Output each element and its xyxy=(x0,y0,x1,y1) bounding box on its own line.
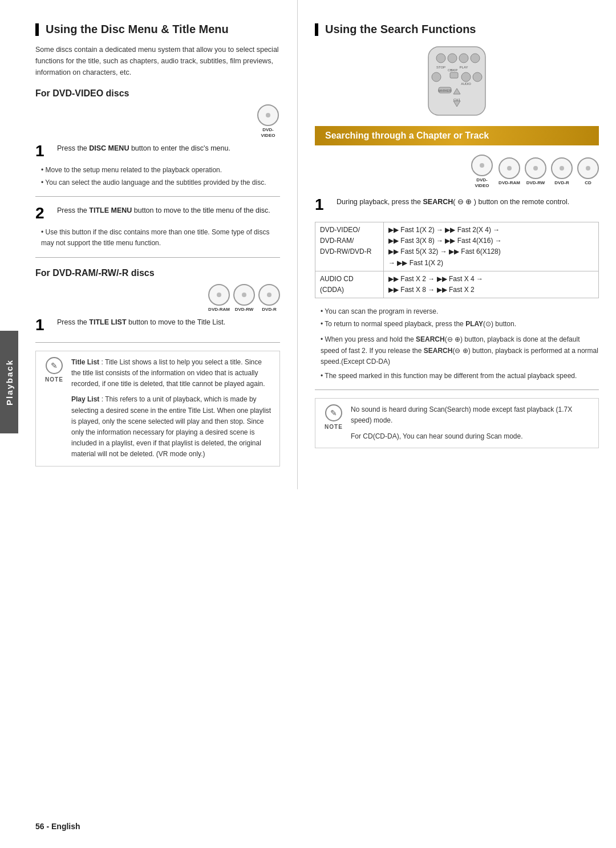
dvd-video-heading: For DVD-VIDEO discs xyxy=(35,88,280,99)
right-note-item1: No sound is heard during Scan(Search) mo… xyxy=(351,404,591,426)
bullet-title-menu: Use this button if the disc contains mor… xyxy=(35,227,280,249)
dvd-ram-heading: For DVD-RAM/-RW/-R discs xyxy=(35,268,280,278)
page-number: 56 - English xyxy=(35,822,80,831)
bullet-audio-lang: You can select the audio language and th… xyxy=(35,177,280,188)
left-column: Using the Disc Menu & Title Menu Some di… xyxy=(18,0,298,489)
play-bold: PLAY xyxy=(465,320,483,328)
speed-label-cd: AUDIO CD(CDDA) xyxy=(315,271,384,298)
divider-1 xyxy=(35,196,280,197)
svg-point-4 xyxy=(471,54,480,63)
search-step1: 1 During playback, press the SEARCH( ⊖ ⊕… xyxy=(315,196,599,214)
step2-number: 2 xyxy=(35,205,51,222)
search-dvd-ram-icon: DVD-RAM xyxy=(499,157,520,186)
disc-menu-bold: DISC MENU xyxy=(89,144,129,152)
search-dvd-r-label: DVD-R xyxy=(554,180,569,186)
dvd-video-icon: DVD-VIDEO xyxy=(256,104,280,138)
svg-point-9 xyxy=(461,72,471,82)
main-content: Using the Disc Menu & Title Menu Some di… xyxy=(18,0,616,489)
search-cd-circle xyxy=(577,157,599,179)
bullet-hold-search: When you press and hold the SEARCH(⊖ ⊕) … xyxy=(315,334,599,367)
right-note-content: No sound is heard during Scan(Search) mo… xyxy=(351,404,591,442)
svg-text:STOP: STOP xyxy=(436,66,445,69)
dvd-ram-label: DVD-RAM xyxy=(208,307,230,313)
note-label: NOTE xyxy=(45,376,63,383)
page-footer: 56 - English xyxy=(18,822,616,831)
right-note-box: ✎ NOTE No sound is heard during Scan(Sea… xyxy=(315,398,599,448)
step-title-list: 1 Press the TITLE LIST button to move to… xyxy=(35,317,280,334)
remote-illustration: STOP PLAY CH SKIP AUDIO CH1 MARKER xyxy=(315,44,599,118)
divider-3 xyxy=(35,342,280,343)
left-title-text: Using the Disc Menu & Title Menu xyxy=(46,23,229,36)
note-content: Title List : Title List shows a list to … xyxy=(71,357,273,460)
dvd-r-label: DVD-R xyxy=(262,307,276,313)
search-dvd-rw-icon: DVD-RW xyxy=(525,157,546,186)
right-section-title: Using the Search Functions xyxy=(315,23,599,36)
dvd-ram-circle xyxy=(208,284,230,306)
search-bold-3: SEARCH xyxy=(424,347,453,355)
svg-point-2 xyxy=(448,54,457,63)
sidebar-tab-label: Playback xyxy=(5,359,14,405)
speed-value-cd: ▶▶ Fast X 2 → ▶▶ Fast X 4 → ▶▶ Fast X 8 … xyxy=(384,271,599,298)
bullet-return-normal: To return to normal speed playback, pres… xyxy=(315,319,599,330)
title-menu-bold: TITLE MENU xyxy=(89,206,132,214)
note-icon: ✎ xyxy=(46,357,63,374)
svg-point-10 xyxy=(473,72,482,82)
search-bold-2: SEARCH xyxy=(416,335,445,343)
dvd-r-icon: DVD-R xyxy=(258,284,280,313)
intro-text: Some discs contain a dedicated menu syst… xyxy=(35,44,280,78)
speed-row-cd: AUDIO CD(CDDA) ▶▶ Fast X 2 → ▶▶ Fast X 4… xyxy=(315,271,599,298)
title-bar xyxy=(35,23,39,36)
speed-label-dvd: DVD-VIDEO/DVD-RAM/DVD-RW/DVD-R xyxy=(315,222,384,271)
search-dvd-ram-circle xyxy=(499,157,520,179)
note-title-list: Title List : Title List shows a list to … xyxy=(71,357,273,390)
search-dvd-ram-label: DVD-RAM xyxy=(499,180,520,186)
dvd-video-label: DVD-VIDEO xyxy=(256,127,280,138)
right-note-item2: For CD(CD-DA), You can hear sound during… xyxy=(351,431,591,442)
svg-text:AUDIO: AUDIO xyxy=(461,82,471,86)
search-dvd-r-icon: DVD-R xyxy=(551,157,573,186)
search-dvd-video-icon: DVD-VIDEO xyxy=(470,155,494,188)
left-section-title: Using the Disc Menu & Title Menu xyxy=(35,23,280,36)
dvd-video-circle xyxy=(257,104,279,126)
right-note-icon: ✎ xyxy=(325,404,342,421)
search-dvd-r-circle xyxy=(551,157,573,179)
svg-text:MARKER: MARKER xyxy=(438,89,452,92)
right-column: Using the Search Functions STOP PLAY xyxy=(298,0,616,489)
right-divider xyxy=(315,389,599,390)
note-box: ✎ NOTE Title List : Title List shows a l… xyxy=(35,351,280,466)
speed-value-dvd: ▶▶ Fast 1(X 2) → ▶▶ Fast 2(X 4) → ▶▶ Fas… xyxy=(384,222,599,271)
dvd-rw-circle xyxy=(233,284,255,306)
search-step1-number: 1 xyxy=(315,196,331,214)
search-dvd-rw-label: DVD-RW xyxy=(526,180,545,186)
dvd-ram-icon: DVD-RAM xyxy=(208,284,230,313)
bullet-scan-reverse: You can scan the program in reverse. xyxy=(315,306,599,317)
dvd-rw-icon: DVD-RW xyxy=(233,284,255,313)
step-disc-menu: 1 Press the DISC MENU button to enter th… xyxy=(35,143,280,160)
svg-rect-8 xyxy=(450,72,458,78)
search-cd-label: CD xyxy=(585,180,591,186)
svg-point-1 xyxy=(436,54,445,63)
search-cd-icon: CD xyxy=(577,157,599,186)
remote-svg: STOP PLAY CH SKIP AUDIO CH1 MARKER xyxy=(411,44,502,118)
step1-number: 1 xyxy=(35,143,51,160)
right-note-icon-area: ✎ NOTE xyxy=(322,404,345,430)
play-list-label: Play List xyxy=(71,395,99,403)
svg-text:SKIP: SKIP xyxy=(451,68,458,72)
search-banner: Searching through a Chapter or Track xyxy=(315,126,599,145)
title-list-label: Title List xyxy=(71,358,99,366)
svg-text:PLAY: PLAY xyxy=(460,66,468,69)
dvd-rw-label: DVD-RW xyxy=(235,307,254,313)
bullet-setup-menu: Move to the setup menu related to the pl… xyxy=(35,165,280,176)
svg-point-7 xyxy=(432,72,441,82)
search-bold: SEARCH xyxy=(423,198,453,206)
search-step1-content: During playback, press the SEARCH( ⊖ ⊕ )… xyxy=(337,196,599,208)
right-note-label: NOTE xyxy=(325,424,343,430)
search-disc-icons: DVD-VIDEO DVD-RAM DVD-RW DVD-R CD xyxy=(315,155,599,188)
note-icon-area: ✎ NOTE xyxy=(43,357,66,383)
bullet-speed-diff: The speed marked in this function may be… xyxy=(315,371,599,382)
speed-table: DVD-VIDEO/DVD-RAM/DVD-RW/DVD-R ▶▶ Fast 1… xyxy=(315,222,599,298)
step-title-menu: 2 Press the TITLE MENU button to move to… xyxy=(35,205,280,222)
step2-content: Press the TITLE MENU button to move to t… xyxy=(57,205,280,216)
note-play-list: Play List : This refers to a unit of pla… xyxy=(71,394,273,460)
right-title-bar xyxy=(315,23,318,36)
